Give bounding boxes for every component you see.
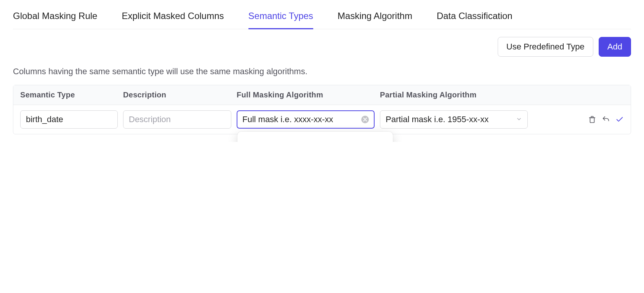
full-masking-dropdown: Default Full mask i.e. xxxx-xx-xx Partia… <box>237 132 393 142</box>
partial-masking-selected-value: Partial mask i.e. 1955-xx-xx <box>386 115 489 124</box>
clear-icon[interactable] <box>361 116 369 123</box>
confirm-icon[interactable] <box>615 115 624 124</box>
dropdown-option-label: Default <box>246 142 272 142</box>
page-description: Columns having the same semantic type wi… <box>13 67 631 76</box>
full-masking-select[interactable]: Full mask i.e. xxxx-xx-xx Default Full m… <box>237 110 375 129</box>
header-partial-masking: Partial Masking Algorithm <box>380 91 533 99</box>
header-full-masking: Full Masking Algorithm <box>237 91 380 99</box>
undo-icon[interactable] <box>602 115 610 124</box>
full-masking-selected-value: Full mask i.e. xxxx-xx-xx <box>242 115 333 124</box>
use-predefined-type-button[interactable]: Use Predefined Type <box>498 37 593 57</box>
tabs-bar: Global Masking Rule Explicit Masked Colu… <box>13 8 631 29</box>
table-row: Full mask i.e. xxxx-xx-xx Default Full m… <box>13 105 631 134</box>
header-semantic-type: Semantic Type <box>20 91 123 99</box>
dropdown-option-default[interactable]: Default <box>237 135 393 142</box>
delete-icon[interactable] <box>588 115 596 124</box>
description-input[interactable] <box>123 110 231 129</box>
semantic-types-table: Semantic Type Description Full Masking A… <box>13 85 631 134</box>
add-button[interactable]: Add <box>599 37 631 57</box>
chevron-down-icon <box>516 115 522 124</box>
tab-semantic-types[interactable]: Semantic Types <box>248 8 313 29</box>
partial-masking-select[interactable]: Partial mask i.e. 1955-xx-xx <box>380 110 528 129</box>
table-header: Semantic Type Description Full Masking A… <box>13 85 631 105</box>
tab-masking-algorithm[interactable]: Masking Algorithm <box>338 8 412 29</box>
semantic-type-input[interactable] <box>20 110 118 129</box>
action-bar: Use Predefined Type Add <box>13 37 631 57</box>
tab-global-masking-rule[interactable]: Global Masking Rule <box>13 8 97 29</box>
header-description: Description <box>123 91 237 99</box>
tab-data-classification[interactable]: Data Classification <box>437 8 513 29</box>
tab-explicit-masked-columns[interactable]: Explicit Masked Columns <box>122 8 224 29</box>
